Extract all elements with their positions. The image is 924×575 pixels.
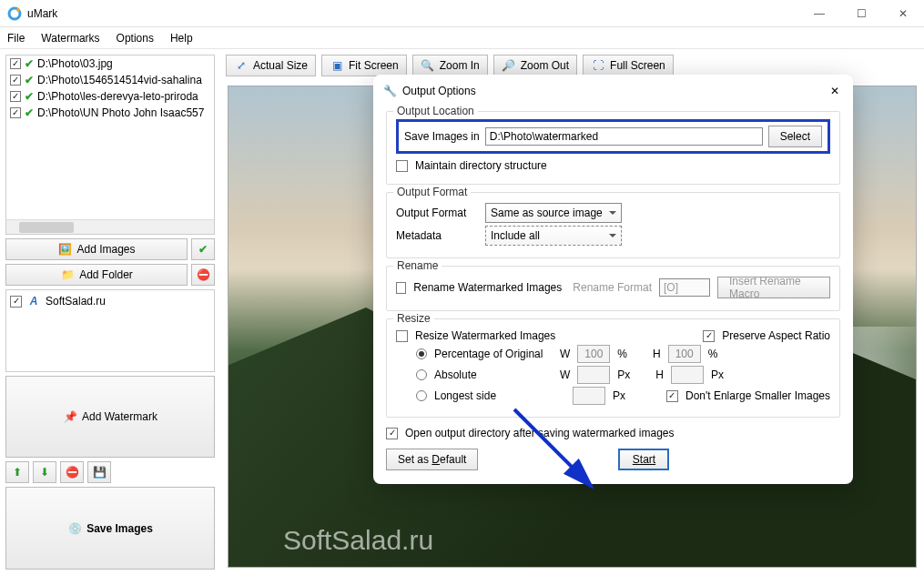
remove-icon: ⛔ [197,268,210,281]
menu-help[interactable]: Help [168,30,195,46]
move-down-button[interactable]: ⬇ [33,461,56,483]
output-format-group: Output Format Output Format Same as sour… [386,192,840,258]
save-watermark-button[interactable]: 💾 [87,461,111,483]
watermark-list[interactable]: A SoftSalad.ru [5,289,215,372]
file-checkbox[interactable] [10,58,21,69]
width-px-input [577,366,610,384]
h-label: H [655,368,664,381]
actual-size-button[interactable]: ⤢Actual Size [226,55,316,76]
insert-rename-macro-button: Insert Rename Macro [717,277,830,298]
file-item[interactable]: ✔ D:\Photo\03.jpg [6,55,214,72]
menu-file[interactable]: File [5,30,26,46]
highlighted-path-row: Save Images in Select [396,119,830,154]
select-value: Same as source image [491,207,603,219]
add-folder-button[interactable]: 📁 Add Folder [5,264,188,286]
metadata-select[interactable]: Include all [485,226,622,246]
horizontal-scrollbar[interactable] [6,219,214,234]
percentage-label: Percentage of Original [434,348,553,360]
menu-watermarks[interactable]: Watermarks [39,30,101,46]
wrench-icon: 🔧 [382,84,397,98]
save-images-icon: 💿 [67,521,82,536]
output-format-select[interactable]: Same as source image [485,203,622,223]
file-checkbox[interactable] [10,107,21,118]
arrow-down-icon: ⬇ [40,466,49,479]
fit-screen-button[interactable]: ▣Fit Screen [321,55,407,76]
check-all-button[interactable]: ✔ [191,238,215,260]
dialog-close-button[interactable]: ✕ [826,82,844,100]
move-up-button[interactable]: ⬆ [5,461,29,483]
w-label: W [560,368,570,381]
btn-label: Add Images [76,243,135,256]
start-button[interactable]: Start [618,449,669,470]
actual-size-icon: ⤢ [234,58,249,73]
set-default-button[interactable]: Set as Default [386,449,478,470]
absolute-label: Absolute [434,368,553,381]
file-checkbox[interactable] [10,75,21,86]
watermark-preview-text: SoftSalad.ru [283,525,433,556]
px-label: Px [613,389,625,402]
file-checkbox[interactable] [10,91,21,102]
longest-side-radio[interactable] [416,390,427,401]
check-icon: ✔ [25,90,34,103]
menu-options[interactable]: Options [115,30,156,46]
add-image-icon: 🖼️ [57,242,72,257]
dialog-title: Output Options [402,85,826,97]
window-title: uMark [27,7,798,20]
preserve-aspect-checkbox[interactable] [703,330,715,342]
file-list[interactable]: ✔ D:\Photo\03.jpg ✔ D:\Photo\1546514514v… [5,55,215,235]
folder-icon: 📁 [60,267,75,282]
left-panel: ✔ D:\Photo\03.jpg ✔ D:\Photo\1546514514v… [0,49,220,575]
close-icon: ✕ [830,85,839,97]
check-icon: ✔ [25,74,34,86]
app-icon [7,6,22,21]
open-output-checkbox[interactable] [386,428,398,439]
watermark-checkbox[interactable] [10,296,22,308]
btn-label: Save Images [86,522,153,535]
full-screen-button[interactable]: ⛶Full Screen [583,55,674,76]
zoom-in-button[interactable]: 🔍Zoom In [412,55,488,76]
delete-watermark-button[interactable]: ⛔ [60,461,84,483]
maintain-structure-label: Maintain directory structure [415,159,547,172]
select-value: Include all [491,229,540,242]
pct-label: % [708,348,718,360]
save-images-button[interactable]: 💿 Save Images [5,487,215,570]
px-label: Px [711,368,724,381]
titlebar: uMark — ☐ ✕ [0,0,924,27]
file-item[interactable]: ✔ D:\Photo\UN Photo John Isaac557 [6,105,214,121]
close-button[interactable]: ✕ [882,0,924,27]
text-icon: A [26,294,41,308]
btn-label: Select [780,130,810,143]
btn-label: Insert Rename Macro [729,275,818,300]
resize-checkbox[interactable] [396,330,408,342]
dialog-titlebar[interactable]: 🔧 Output Options ✕ [373,75,853,104]
add-images-button[interactable]: 🖼️ Add Images [5,238,188,260]
arrow-up-icon: ⬆ [13,466,22,479]
no-enlarge-checkbox[interactable] [666,390,678,402]
rename-checkbox[interactable] [396,282,406,294]
px-label: Px [617,368,630,381]
pct-label: % [617,348,627,360]
file-item[interactable]: ✔ D:\Photo\les-derevya-leto-priroda [6,88,214,105]
output-options-dialog: 🔧 Output Options ✕ Output Location Save … [373,75,853,484]
btn-label: Actual Size [253,59,308,72]
zoom-out-button[interactable]: 🔎Zoom Out [493,55,577,76]
maximize-button[interactable]: ☐ [840,0,882,27]
percentage-radio[interactable] [416,348,427,359]
add-watermark-button[interactable]: 📌 Add Watermark [5,376,215,459]
longest-side-input [573,387,605,405]
remove-button[interactable]: ⛔ [191,264,215,286]
check-icon: ✔ [198,243,208,256]
watermark-item[interactable]: A SoftSalad.ru [6,290,214,312]
zoom-in-icon: 🔍 [421,58,435,73]
select-folder-button[interactable]: Select [768,126,822,147]
file-item[interactable]: ✔ D:\Photo\1546514514vid-sahalina [6,72,214,88]
rename-format-label: Rename Format [573,281,652,294]
output-path-input[interactable] [485,127,763,146]
w-label: W [560,348,570,360]
maintain-structure-checkbox[interactable] [396,160,408,172]
btn-label: Add Watermark [82,410,157,423]
minimize-button[interactable]: — [798,0,840,27]
save-icon: 💾 [93,466,107,479]
absolute-radio[interactable] [416,369,427,380]
file-label: D:\Photo\1546514514vid-sahalina [37,74,202,86]
